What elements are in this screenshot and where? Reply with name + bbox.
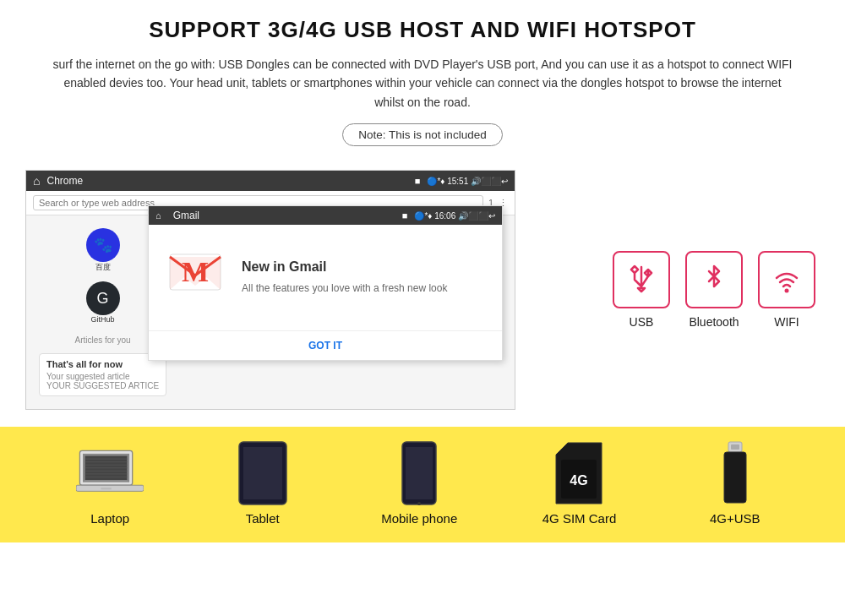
suggestion-title: That's all for now	[46, 359, 159, 369]
svg-rect-19	[406, 447, 433, 499]
github-icon[interactable]: G	[86, 281, 120, 315]
screenshot-wrapper: ⌂ Chrome ■ 🔵*♦ 15:51 🔊⬛⬛↩ 1 ⋮ 🐾 百度 G	[25, 170, 583, 410]
tablet-item: Tablet	[229, 444, 297, 526]
sim-card-label: 4G SIM Card	[542, 511, 617, 526]
baidu-icon[interactable]: 🐾	[86, 228, 120, 262]
svg-rect-16	[243, 447, 282, 499]
home-icon: ⌂	[33, 174, 40, 188]
top-section: SUPPORT 3G/4G USB HOST AND WIFI HOTSPOT …	[0, 0, 845, 170]
bluetooth-icon	[697, 263, 731, 297]
4g-usb-icon	[701, 444, 769, 503]
gmail-content: M New in Gmail All the features you love…	[149, 225, 502, 330]
bluetooth-item: Bluetooth	[685, 251, 743, 329]
middle-section: ⌂ Chrome ■ 🔵*♦ 15:51 🔊⬛⬛↩ 1 ⋮ 🐾 百度 G	[0, 170, 845, 427]
tablet-icon	[229, 444, 297, 503]
laptop-label: Laptop	[90, 511, 129, 526]
github-icon-wrapper: G GitHub	[86, 281, 120, 324]
gmail-got-it-button[interactable]: GOT IT	[149, 330, 502, 360]
svg-point-20	[417, 502, 421, 505]
bluetooth-label: Bluetooth	[689, 315, 739, 329]
laptop-svg	[76, 444, 144, 503]
mobile-phone-item: Mobile phone	[381, 444, 457, 526]
bottom-section: Laptop Tablet Mobile phone	[0, 427, 845, 542]
gmail-home-icon: ⌂	[155, 210, 161, 221]
laptop-icon	[76, 444, 144, 503]
note-box: Note: This is not included	[342, 123, 502, 146]
gmail-overlay: ⌂ Gmail ■ 🔵*♦ 16:06 🔊⬛⬛↩ M New in Gmail	[148, 205, 503, 361]
laptop-item: Laptop	[76, 444, 144, 526]
tablet-label: Tablet	[246, 511, 280, 526]
mobile-phone-label: Mobile phone	[381, 511, 457, 526]
mobile-phone-icon	[385, 444, 453, 503]
usb-icon	[624, 263, 658, 297]
wifi-label: WIFI	[774, 315, 799, 329]
connectivity-icons: USB Bluetooth	[608, 251, 820, 329]
4g-usb-label: 4G+USB	[710, 511, 760, 526]
gmail-title: New in Gmail	[242, 259, 447, 275]
wifi-icon	[770, 263, 804, 297]
github-label: GitHub	[86, 315, 120, 324]
usb-label: USB	[630, 315, 654, 329]
chrome-stop-btn: ■	[415, 176, 421, 186]
svg-text:4G: 4G	[570, 473, 588, 488]
wifi-item: WIFI	[758, 251, 815, 329]
gmail-m-logo: M	[166, 242, 225, 313]
gmail-text-area: New in Gmail All the features you love w…	[242, 259, 447, 296]
tablet-svg	[237, 440, 288, 506]
sim-card-item: 4G 4G SIM Card	[542, 444, 617, 526]
description-text: surf the internet on the go with: USB Do…	[51, 55, 794, 112]
page-title: SUPPORT 3G/4G USB HOST AND WIFI HOTSPOT	[51, 17, 794, 43]
gmail-stop-btn: ■	[402, 210, 408, 221]
chrome-app-name: Chrome	[46, 175, 407, 187]
bluetooth-box	[685, 251, 743, 308]
gmail-logo-svg: M	[166, 242, 225, 301]
usb-box	[613, 251, 670, 308]
chrome-status-bar: ⌂ Chrome ■ 🔵*♦ 15:51 🔊⬛⬛↩	[26, 171, 515, 191]
articles-label: Articles for you	[75, 335, 131, 345]
suggestion-body: Your suggested articleYOUR SUGGESTED ART…	[46, 372, 159, 390]
conn-icons-row: USB Bluetooth	[613, 251, 815, 329]
svg-rect-14	[101, 488, 112, 490]
gmail-status-icons: 🔵*♦ 16:06 🔊⬛⬛↩	[414, 211, 495, 221]
chrome-status-icons: 🔵*♦ 15:51 🔊⬛⬛↩	[427, 177, 508, 186]
sim-card-icon: 4G	[545, 444, 613, 503]
usb-item: USB	[613, 251, 670, 329]
wifi-box	[758, 251, 815, 308]
svg-rect-26	[724, 452, 746, 503]
baidu-icon-wrapper: 🐾 百度	[86, 228, 120, 273]
baidu-label: 百度	[86, 262, 120, 273]
sim-svg: 4G	[554, 441, 603, 505]
svg-rect-25	[731, 444, 739, 450]
svg-text:M: M	[182, 256, 209, 287]
4g-usb-item: 4G+USB	[701, 444, 769, 526]
svg-point-2	[785, 289, 789, 293]
phone-svg	[401, 440, 438, 506]
gmail-app-name: Gmail	[173, 210, 395, 221]
gmail-body: All the features you love with a fresh n…	[242, 281, 447, 296]
usb-drive-svg	[721, 440, 750, 506]
gmail-status-bar: ⌂ Gmail ■ 🔵*♦ 16:06 🔊⬛⬛↩	[149, 206, 502, 225]
